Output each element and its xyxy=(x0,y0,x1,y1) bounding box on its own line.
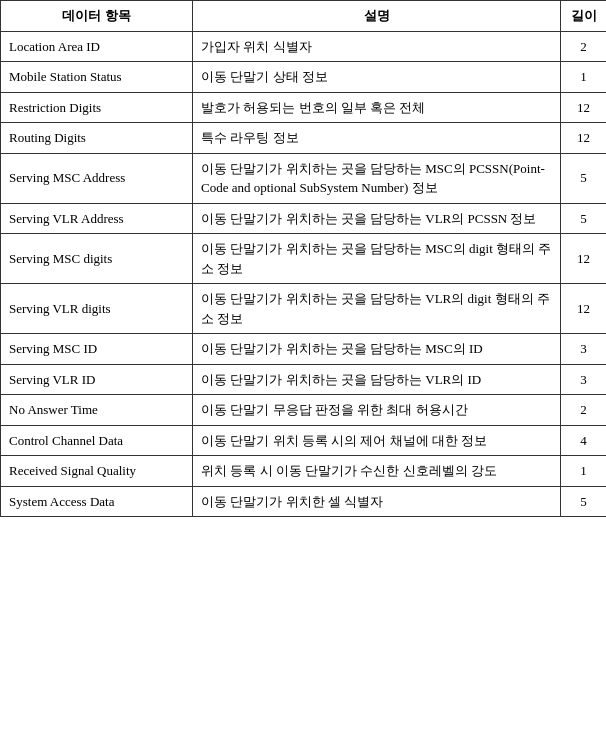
table-row: System Access Data이동 단말기가 위치한 셀 식별자5 xyxy=(1,486,607,517)
data-item-desc: 이동 단말기가 위치하는 곳을 담당하는 VLR의 ID xyxy=(193,364,561,395)
table-row: Serving MSC Address이동 단말기가 위치하는 곳을 담당하는 … xyxy=(1,153,607,203)
data-item-len: 5 xyxy=(561,203,607,234)
data-item-desc: 이동 단말기가 위치한 셀 식별자 xyxy=(193,486,561,517)
data-item-len: 12 xyxy=(561,284,607,334)
data-item-desc: 위치 등록 시 이동 단말기가 수신한 신호레벨의 강도 xyxy=(193,456,561,487)
header-len: 길이 xyxy=(561,1,607,32)
data-item-len: 3 xyxy=(561,334,607,365)
data-item-desc: 이동 단말기가 위치하는 곳을 담당하는 VLR의 digit 형태의 주소 정… xyxy=(193,284,561,334)
data-item-len: 2 xyxy=(561,31,607,62)
data-item-len: 4 xyxy=(561,425,607,456)
header-desc: 설명 xyxy=(193,1,561,32)
table-row: Serving VLR digits이동 단말기가 위치하는 곳을 담당하는 V… xyxy=(1,284,607,334)
data-item-desc: 이동 단말기 상태 정보 xyxy=(193,62,561,93)
data-item-desc: 이동 단말기가 위치하는 곳을 담당하는 VLR의 PCSSN 정보 xyxy=(193,203,561,234)
table-row: Location Area ID가입자 위치 식별자2 xyxy=(1,31,607,62)
data-item-desc: 이동 단말기가 위치하는 곳을 담당하는 MSC의 PCSSN(Point-Co… xyxy=(193,153,561,203)
data-item-desc: 이동 단말기 무응답 판정을 위한 최대 허용시간 xyxy=(193,395,561,426)
data-item-name: Location Area ID xyxy=(1,31,193,62)
table-row: Routing Digits특수 라우팅 정보12 xyxy=(1,123,607,154)
data-item-desc: 이동 단말기가 위치하는 곳을 담당하는 MSC의 digit 형태의 주소 정… xyxy=(193,234,561,284)
data-item-name: Serving VLR digits xyxy=(1,284,193,334)
table-row: Serving VLR ID이동 단말기가 위치하는 곳을 담당하는 VLR의 … xyxy=(1,364,607,395)
data-item-len: 5 xyxy=(561,153,607,203)
table-row: Restriction Digits발호가 허용되는 번호의 일부 혹은 전체1… xyxy=(1,92,607,123)
data-item-name: Serving MSC Address xyxy=(1,153,193,203)
table-row: Received Signal Quality위치 등록 시 이동 단말기가 수… xyxy=(1,456,607,487)
data-item-name: Routing Digits xyxy=(1,123,193,154)
data-item-name: Serving MSC ID xyxy=(1,334,193,365)
data-item-len: 1 xyxy=(561,456,607,487)
data-item-desc: 가입자 위치 식별자 xyxy=(193,31,561,62)
data-item-name: No Answer Time xyxy=(1,395,193,426)
table-row: No Answer Time이동 단말기 무응답 판정을 위한 최대 허용시간2 xyxy=(1,395,607,426)
data-item-name: Serving VLR ID xyxy=(1,364,193,395)
table-row: Mobile Station Status이동 단말기 상태 정보1 xyxy=(1,62,607,93)
data-item-name: Mobile Station Status xyxy=(1,62,193,93)
data-item-name: Serving VLR Address xyxy=(1,203,193,234)
data-item-name: Control Channel Data xyxy=(1,425,193,456)
data-item-len: 3 xyxy=(561,364,607,395)
data-item-name: Restriction Digits xyxy=(1,92,193,123)
data-item-name: Received Signal Quality xyxy=(1,456,193,487)
table-row: Serving MSC digits이동 단말기가 위치하는 곳을 담당하는 M… xyxy=(1,234,607,284)
data-item-len: 12 xyxy=(561,234,607,284)
data-item-len: 2 xyxy=(561,395,607,426)
data-item-name: Serving MSC digits xyxy=(1,234,193,284)
data-item-len: 5 xyxy=(561,486,607,517)
data-item-len: 1 xyxy=(561,62,607,93)
data-item-desc: 이동 단말기 위치 등록 시의 제어 채널에 대한 정보 xyxy=(193,425,561,456)
data-item-len: 12 xyxy=(561,92,607,123)
table-row: Control Channel Data이동 단말기 위치 등록 시의 제어 채… xyxy=(1,425,607,456)
data-item-desc: 특수 라우팅 정보 xyxy=(193,123,561,154)
data-item-desc: 발호가 허용되는 번호의 일부 혹은 전체 xyxy=(193,92,561,123)
data-item-len: 12 xyxy=(561,123,607,154)
data-item-desc: 이동 단말기가 위치하는 곳을 담당하는 MSC의 ID xyxy=(193,334,561,365)
header-name: 데이터 항목 xyxy=(1,1,193,32)
table-row: Serving VLR Address이동 단말기가 위치하는 곳을 담당하는 … xyxy=(1,203,607,234)
table-row: Serving MSC ID이동 단말기가 위치하는 곳을 담당하는 MSC의 … xyxy=(1,334,607,365)
data-item-name: System Access Data xyxy=(1,486,193,517)
